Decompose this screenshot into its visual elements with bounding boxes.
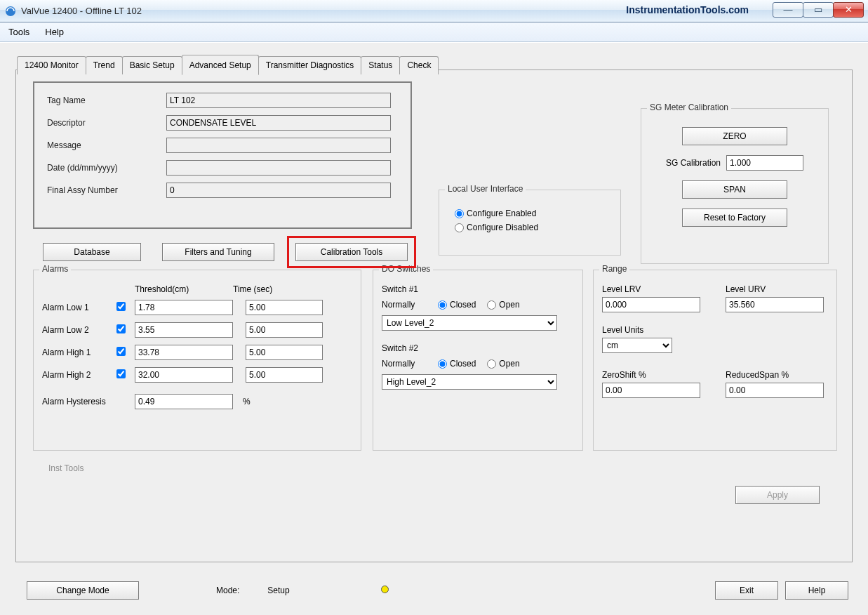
switch2-closed-radio[interactable]	[438, 359, 447, 369]
reducedspan-label: ReducedSpan %	[726, 370, 824, 380]
tab-transmitter-diagnostics[interactable]: Transmitter Diagnostics	[258, 56, 362, 74]
switch2-select[interactable]: High Level_2	[382, 374, 557, 390]
sg-calibration-field[interactable]	[726, 155, 803, 171]
sg-meter-calibration-group: SG Meter Calibration ZERO SG Calibration…	[641, 108, 829, 264]
maximize-button[interactable]: ▭	[803, 2, 834, 18]
alarm-label: Alarm High 1	[42, 348, 116, 357]
tab-basic-setup[interactable]: Basic Setup	[122, 56, 182, 74]
configure-disabled-radio[interactable]	[455, 223, 464, 232]
field-descriptor[interactable]	[166, 115, 391, 131]
change-mode-button[interactable]: Change Mode	[27, 581, 139, 600]
level-lrv-label: Level LRV	[602, 284, 700, 294]
switch1-label: Switch #1	[382, 284, 418, 294]
zeroshift-field[interactable]	[602, 383, 700, 398]
label-final-assy: Final Assy Number	[47, 185, 166, 195]
apply-button[interactable]: Apply	[735, 486, 820, 504]
alarms-header-time: Time (sec)	[233, 284, 338, 294]
identification-frame: Tag Name Descriptor Message Date (dd/mm/…	[33, 81, 412, 229]
alarm-row-low2: Alarm Low 2	[42, 322, 352, 338]
database-button[interactable]: Database	[43, 243, 141, 261]
sg-span-button[interactable]: SPAN	[682, 180, 787, 199]
range-group: Range Level LRV Level URV Level Units cm…	[593, 270, 837, 451]
switch2-open-radio[interactable]	[487, 359, 496, 369]
do-switches-group: DO Switches Switch #1 Normally Closed Op…	[373, 270, 583, 451]
tabstrip: 12400 Monitor Trend Basic Setup Advanced…	[17, 53, 438, 74]
alarm-low1-threshold[interactable]	[135, 300, 233, 315]
switch1-open-radio[interactable]	[487, 300, 496, 310]
configure-enabled-radio[interactable]	[455, 209, 464, 218]
help-button[interactable]: Help	[785, 581, 848, 600]
alarm-row-high2: Alarm High 2	[42, 367, 352, 383]
switch1-select[interactable]: Low Level_2	[382, 315, 557, 331]
tab-advanced-setup[interactable]: Advanced Setup	[182, 55, 259, 75]
sg-calibration-label: SG Calibration	[666, 158, 721, 168]
alarm-label: Alarm Low 1	[42, 303, 116, 312]
alarms-legend: Alarms	[39, 264, 71, 274]
watermark: InstrumentationTools.com	[626, 4, 749, 15]
alarm-label: Alarm Low 2	[42, 325, 116, 335]
sg-legend: SG Meter Calibration	[647, 102, 731, 112]
switch1-closed-radio[interactable]	[438, 300, 447, 310]
alarm-hysteresis-label: Alarm Hysteresis	[42, 397, 135, 406]
alarm-high1-checkbox[interactable]	[116, 347, 126, 356]
label-descriptor: Descriptor	[47, 118, 166, 128]
alarm-high2-checkbox[interactable]	[116, 369, 126, 378]
lui-legend: Local User Interface	[445, 184, 526, 194]
range-legend: Range	[599, 264, 629, 274]
level-units-select[interactable]: cm	[602, 338, 672, 353]
field-date[interactable]	[166, 160, 391, 176]
menu-help[interactable]: Help	[42, 25, 67, 39]
normally-label-2: Normally	[382, 359, 438, 369]
alarm-row-low1: Alarm Low 1	[42, 300, 352, 315]
alarm-low2-threshold[interactable]	[135, 322, 233, 338]
alarm-row-high1: Alarm High 1	[42, 345, 352, 360]
minimize-button[interactable]: —	[773, 2, 803, 18]
label-date: Date (dd/mm/yyyy)	[47, 163, 166, 173]
mode-label: Mode:	[216, 586, 239, 595]
alarm-hysteresis-unit: %	[243, 397, 251, 406]
alarm-low1-time[interactable]	[246, 300, 323, 315]
level-units-label: Level Units	[602, 325, 700, 335]
alarm-high2-threshold[interactable]	[135, 367, 233, 383]
filters-and-tuning-button[interactable]: Filters and Tuning	[162, 243, 274, 261]
alarms-group: Alarms Threshold(cm) Time (sec) Alarm Lo…	[33, 270, 361, 451]
exit-button[interactable]: Exit	[715, 581, 778, 600]
zeroshift-label: ZeroShift %	[602, 370, 700, 380]
inst-tools-text: Inst Tools	[48, 463, 84, 473]
alarm-low2-time[interactable]	[246, 322, 323, 338]
field-final-assy[interactable]	[166, 183, 391, 198]
close-button[interactable]: ✕	[833, 2, 864, 18]
alarm-high2-time[interactable]	[246, 367, 323, 383]
alarms-header-threshold: Threshold(cm)	[135, 284, 233, 294]
sg-zero-button[interactable]: ZERO	[682, 127, 787, 145]
level-urv-field[interactable]	[726, 297, 824, 312]
tabpage-advanced-setup: Tag Name Descriptor Message Date (dd/mm/…	[15, 70, 853, 562]
status-indicator-icon	[381, 586, 389, 593]
tab-monitor[interactable]: 12400 Monitor	[17, 56, 86, 74]
menu-tools[interactable]: Tools	[6, 25, 32, 39]
tab-check[interactable]: Check	[399, 56, 439, 74]
normally-label: Normally	[382, 300, 438, 310]
sg-reset-button[interactable]: Reset to Factory	[682, 209, 787, 227]
do-switches-legend: DO Switches	[379, 264, 433, 274]
level-urv-label: Level URV	[726, 284, 824, 294]
label-tag-name: Tag Name	[47, 95, 166, 105]
alarm-low2-checkbox[interactable]	[116, 324, 126, 333]
footer-bar: Change Mode Mode: Setup Exit Help	[27, 581, 848, 600]
reducedspan-field[interactable]	[726, 383, 824, 398]
calibration-tools-button[interactable]: Calibration Tools	[295, 243, 408, 261]
alarm-high1-time[interactable]	[246, 345, 323, 360]
alarm-low1-checkbox[interactable]	[116, 302, 126, 311]
field-tag-name[interactable]	[166, 93, 391, 108]
alarm-high1-threshold[interactable]	[135, 345, 233, 360]
tab-trend[interactable]: Trend	[86, 56, 123, 74]
field-message[interactable]	[166, 138, 391, 153]
tab-status[interactable]: Status	[361, 56, 400, 74]
local-user-interface-group: Local User Interface Configure Enabled C…	[439, 190, 621, 256]
alarm-hysteresis-field[interactable]	[135, 394, 233, 409]
label-message: Message	[47, 140, 166, 150]
app-icon	[4, 5, 17, 18]
window-titlebar: ValVue 12400 - Offline LT 102 Instrument…	[0, 0, 868, 22]
menu-bar: Tools Help	[0, 22, 868, 42]
level-lrv-field[interactable]	[602, 297, 700, 312]
